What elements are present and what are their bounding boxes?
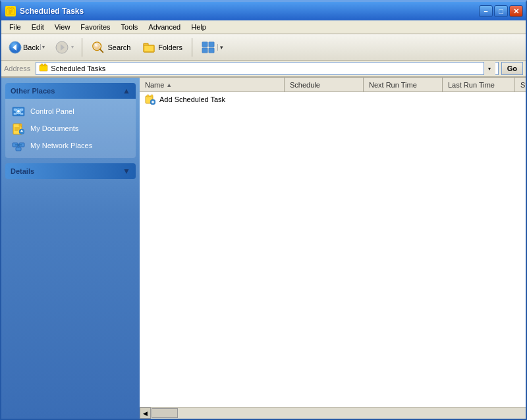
filelist-content: Add Scheduled Task: [140, 92, 526, 407]
col-header-status-label: Status: [520, 81, 526, 89]
forward-dropdown-arrow[interactable]: ▾: [71, 44, 74, 50]
col-header-next-run[interactable]: Next Run Time: [364, 78, 443, 92]
views-icon: [202, 41, 215, 54]
svg-rect-29: [14, 113, 16, 115]
sidebar-item-my-network-places[interactable]: My Network Places: [8, 137, 133, 154]
titlebar: Scheduled Tasks – □ ✕: [1, 2, 526, 20]
toolbar-separator-1: [82, 38, 82, 57]
back-dropdown-arrow[interactable]: ▾: [40, 44, 45, 50]
views-dropdown-arrow[interactable]: ▾: [217, 44, 223, 51]
other-places-title: Other Places: [11, 87, 55, 95]
column-headers: Name ▲ Schedule Next Run Time Last Run T…: [140, 78, 526, 92]
my-documents-label: My Documents: [30, 124, 78, 132]
svg-rect-0: [7, 9, 14, 14]
other-places-header[interactable]: Other Places ▲: [5, 83, 136, 99]
other-places-toggle[interactable]: ▲: [123, 86, 130, 95]
titlebar-buttons: – □ ✕: [479, 5, 523, 17]
svg-point-13: [95, 44, 97, 46]
titlebar-left: Scheduled Tasks: [5, 6, 84, 16]
menu-tools[interactable]: Tools: [116, 22, 144, 32]
svg-rect-2: [11, 7, 13, 9]
details-toggle[interactable]: ▼: [123, 167, 130, 176]
menu-edit[interactable]: Edit: [26, 22, 49, 32]
col-header-name[interactable]: Name ▲: [140, 78, 285, 92]
address-input[interactable]: Scheduled Tasks ▾: [36, 62, 498, 75]
svg-rect-28: [20, 109, 23, 111]
svg-rect-27: [14, 109, 16, 111]
back-label: Back: [23, 43, 39, 51]
add-task-name: Add Scheduled Task: [159, 95, 225, 103]
sidebar: Other Places ▲: [1, 78, 140, 419]
back-button[interactable]: Back ▾: [4, 38, 49, 57]
details-title: Details: [11, 167, 34, 175]
minimize-button[interactable]: –: [479, 5, 493, 17]
col-header-next-run-label: Next Run Time: [369, 81, 417, 89]
maximize-button[interactable]: □: [494, 5, 508, 17]
svg-rect-21: [40, 65, 47, 71]
sidebar-item-control-panel[interactable]: Control Panel: [8, 103, 133, 120]
back-icon: [9, 41, 22, 54]
col-header-status[interactable]: Status: [515, 78, 526, 92]
svg-rect-19: [202, 47, 208, 53]
my-network-places-label: My Network Places: [30, 142, 92, 149]
hscroll-left-btn[interactable]: ◀: [140, 407, 151, 419]
filelist-area: Name ▲ Schedule Next Run Time Last Run T…: [140, 78, 526, 419]
add-task-icon: [145, 94, 155, 105]
hscroll-track[interactable]: [151, 407, 526, 419]
search-label: Search: [107, 43, 130, 51]
svg-rect-23: [44, 64, 46, 66]
hscroll-thumb[interactable]: [152, 408, 178, 418]
col-header-last-run-label: Last Run Time: [448, 81, 495, 89]
svg-rect-16: [144, 45, 154, 51]
svg-rect-17: [202, 41, 208, 46]
other-places-content: Control Panel: [5, 99, 136, 158]
menubar: File Edit View Favorites Tools Advanced …: [1, 20, 526, 34]
window-title: Scheduled Tasks: [20, 7, 84, 16]
sort-asc-icon: ▲: [166, 82, 172, 88]
window: Scheduled Tasks – □ ✕ File Edit View Fav…: [0, 0, 527, 420]
address-text: Scheduled Tasks: [51, 65, 480, 72]
menu-file[interactable]: File: [4, 22, 26, 32]
svg-rect-47: [151, 95, 153, 97]
details-panel: Details ▼: [5, 163, 136, 179]
address-icon: [39, 63, 48, 74]
close-button[interactable]: ✕: [509, 5, 523, 17]
sidebar-item-my-documents[interactable]: My Documents: [8, 120, 133, 137]
horizontal-scrollbar[interactable]: ◀ ▶: [140, 407, 526, 419]
file-cell-name: Add Scheduled Task: [142, 94, 287, 105]
views-button[interactable]: ▾: [197, 38, 228, 57]
search-button[interactable]: Search: [87, 38, 135, 57]
addressbar: Address Scheduled Tasks ▾ Go: [1, 61, 526, 78]
my-network-places-icon: [12, 139, 25, 152]
toolbar: Back ▾ ▾: [1, 34, 526, 61]
window-icon: [5, 6, 16, 16]
svg-rect-18: [209, 41, 214, 46]
file-row-add-task[interactable]: Add Scheduled Task: [140, 92, 526, 107]
col-header-last-run[interactable]: Last Run Time: [443, 78, 515, 92]
menu-view[interactable]: View: [49, 22, 76, 32]
folders-icon: [142, 41, 155, 54]
toolbar-separator-2: [192, 38, 192, 57]
control-panel-icon: [12, 105, 25, 118]
go-button[interactable]: Go: [501, 62, 523, 75]
control-panel-label: Control Panel: [30, 107, 74, 115]
address-label: Address: [4, 65, 33, 72]
menu-help[interactable]: Help: [186, 22, 211, 32]
address-dropdown[interactable]: ▾: [484, 62, 495, 75]
svg-point-11: [94, 43, 100, 49]
svg-rect-15: [144, 43, 148, 45]
svg-rect-1: [8, 7, 10, 9]
svg-rect-41: [16, 147, 21, 151]
svg-rect-46: [147, 95, 149, 97]
svg-line-12: [100, 49, 103, 52]
col-header-schedule[interactable]: Schedule: [285, 78, 364, 92]
svg-rect-22: [41, 64, 43, 66]
col-header-schedule-label: Schedule: [290, 81, 320, 89]
menu-favorites[interactable]: Favorites: [75, 22, 115, 32]
details-header[interactable]: Details ▼: [5, 163, 136, 179]
forward-button[interactable]: ▾: [52, 38, 77, 57]
menu-advanced[interactable]: Advanced: [143, 22, 186, 32]
folders-label: Folders: [158, 43, 182, 51]
folders-button[interactable]: Folders: [138, 38, 187, 57]
main-area: Other Places ▲: [1, 78, 526, 419]
